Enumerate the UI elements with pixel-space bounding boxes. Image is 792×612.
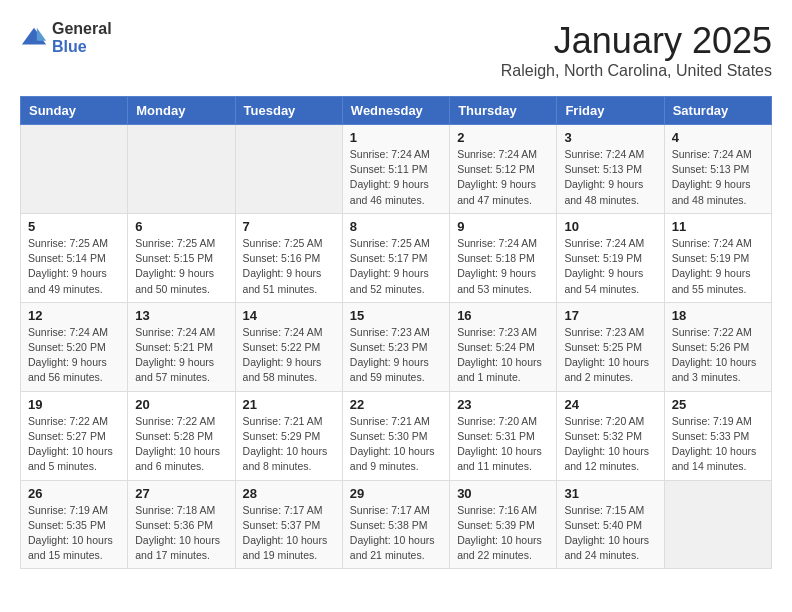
weekday-header-sunday: Sunday — [21, 97, 128, 125]
day-number: 25 — [672, 397, 764, 412]
day-info: Sunrise: 7:25 AM Sunset: 5:16 PM Dayligh… — [243, 236, 335, 297]
calendar-cell: 6Sunrise: 7:25 AM Sunset: 5:15 PM Daylig… — [128, 213, 235, 302]
calendar-cell: 16Sunrise: 7:23 AM Sunset: 5:24 PM Dayli… — [450, 302, 557, 391]
day-info: Sunrise: 7:16 AM Sunset: 5:39 PM Dayligh… — [457, 503, 549, 564]
day-number: 11 — [672, 219, 764, 234]
weekday-header-saturday: Saturday — [664, 97, 771, 125]
day-info: Sunrise: 7:22 AM Sunset: 5:28 PM Dayligh… — [135, 414, 227, 475]
day-number: 21 — [243, 397, 335, 412]
day-info: Sunrise: 7:25 AM Sunset: 5:17 PM Dayligh… — [350, 236, 442, 297]
calendar-cell: 9Sunrise: 7:24 AM Sunset: 5:18 PM Daylig… — [450, 213, 557, 302]
location-title: Raleigh, North Carolina, United States — [501, 62, 772, 80]
day-info: Sunrise: 7:24 AM Sunset: 5:20 PM Dayligh… — [28, 325, 120, 386]
day-number: 6 — [135, 219, 227, 234]
week-row-4: 19Sunrise: 7:22 AM Sunset: 5:27 PM Dayli… — [21, 391, 772, 480]
day-number: 24 — [564, 397, 656, 412]
calendar-cell: 4Sunrise: 7:24 AM Sunset: 5:13 PM Daylig… — [664, 125, 771, 214]
day-number: 31 — [564, 486, 656, 501]
day-info: Sunrise: 7:24 AM Sunset: 5:19 PM Dayligh… — [672, 236, 764, 297]
weekday-header-tuesday: Tuesday — [235, 97, 342, 125]
calendar-cell: 15Sunrise: 7:23 AM Sunset: 5:23 PM Dayli… — [342, 302, 449, 391]
calendar-cell: 8Sunrise: 7:25 AM Sunset: 5:17 PM Daylig… — [342, 213, 449, 302]
day-number: 7 — [243, 219, 335, 234]
day-number: 13 — [135, 308, 227, 323]
day-info: Sunrise: 7:24 AM Sunset: 5:12 PM Dayligh… — [457, 147, 549, 208]
day-number: 14 — [243, 308, 335, 323]
day-info: Sunrise: 7:24 AM Sunset: 5:21 PM Dayligh… — [135, 325, 227, 386]
day-info: Sunrise: 7:22 AM Sunset: 5:26 PM Dayligh… — [672, 325, 764, 386]
day-number: 29 — [350, 486, 442, 501]
day-info: Sunrise: 7:21 AM Sunset: 5:29 PM Dayligh… — [243, 414, 335, 475]
calendar-cell — [128, 125, 235, 214]
day-number: 23 — [457, 397, 549, 412]
calendar-table: SundayMondayTuesdayWednesdayThursdayFrid… — [20, 96, 772, 569]
day-info: Sunrise: 7:25 AM Sunset: 5:14 PM Dayligh… — [28, 236, 120, 297]
calendar-cell: 7Sunrise: 7:25 AM Sunset: 5:16 PM Daylig… — [235, 213, 342, 302]
calendar-cell: 12Sunrise: 7:24 AM Sunset: 5:20 PM Dayli… — [21, 302, 128, 391]
day-info: Sunrise: 7:24 AM Sunset: 5:13 PM Dayligh… — [564, 147, 656, 208]
calendar-cell: 3Sunrise: 7:24 AM Sunset: 5:13 PM Daylig… — [557, 125, 664, 214]
day-info: Sunrise: 7:24 AM Sunset: 5:18 PM Dayligh… — [457, 236, 549, 297]
title-block: January 2025 Raleigh, North Carolina, Un… — [501, 20, 772, 80]
calendar-cell: 25Sunrise: 7:19 AM Sunset: 5:33 PM Dayli… — [664, 391, 771, 480]
calendar-cell: 31Sunrise: 7:15 AM Sunset: 5:40 PM Dayli… — [557, 480, 664, 569]
day-number: 18 — [672, 308, 764, 323]
day-info: Sunrise: 7:19 AM Sunset: 5:33 PM Dayligh… — [672, 414, 764, 475]
calendar-cell: 2Sunrise: 7:24 AM Sunset: 5:12 PM Daylig… — [450, 125, 557, 214]
logo-blue-text: Blue — [52, 38, 112, 56]
calendar-cell: 14Sunrise: 7:24 AM Sunset: 5:22 PM Dayli… — [235, 302, 342, 391]
calendar-cell: 19Sunrise: 7:22 AM Sunset: 5:27 PM Dayli… — [21, 391, 128, 480]
day-number: 22 — [350, 397, 442, 412]
day-number: 9 — [457, 219, 549, 234]
weekday-header-friday: Friday — [557, 97, 664, 125]
calendar-cell: 13Sunrise: 7:24 AM Sunset: 5:21 PM Dayli… — [128, 302, 235, 391]
day-number: 27 — [135, 486, 227, 501]
day-info: Sunrise: 7:23 AM Sunset: 5:23 PM Dayligh… — [350, 325, 442, 386]
calendar-cell: 18Sunrise: 7:22 AM Sunset: 5:26 PM Dayli… — [664, 302, 771, 391]
calendar-cell: 22Sunrise: 7:21 AM Sunset: 5:30 PM Dayli… — [342, 391, 449, 480]
calendar-cell: 23Sunrise: 7:20 AM Sunset: 5:31 PM Dayli… — [450, 391, 557, 480]
day-number: 15 — [350, 308, 442, 323]
day-info: Sunrise: 7:25 AM Sunset: 5:15 PM Dayligh… — [135, 236, 227, 297]
day-info: Sunrise: 7:20 AM Sunset: 5:31 PM Dayligh… — [457, 414, 549, 475]
week-row-2: 5Sunrise: 7:25 AM Sunset: 5:14 PM Daylig… — [21, 213, 772, 302]
day-info: Sunrise: 7:22 AM Sunset: 5:27 PM Dayligh… — [28, 414, 120, 475]
day-number: 19 — [28, 397, 120, 412]
weekday-header-monday: Monday — [128, 97, 235, 125]
day-number: 3 — [564, 130, 656, 145]
day-number: 4 — [672, 130, 764, 145]
week-row-1: 1Sunrise: 7:24 AM Sunset: 5:11 PM Daylig… — [21, 125, 772, 214]
calendar-cell: 28Sunrise: 7:17 AM Sunset: 5:37 PM Dayli… — [235, 480, 342, 569]
day-info: Sunrise: 7:18 AM Sunset: 5:36 PM Dayligh… — [135, 503, 227, 564]
day-number: 1 — [350, 130, 442, 145]
day-info: Sunrise: 7:24 AM Sunset: 5:13 PM Dayligh… — [672, 147, 764, 208]
calendar-cell: 24Sunrise: 7:20 AM Sunset: 5:32 PM Dayli… — [557, 391, 664, 480]
day-number: 5 — [28, 219, 120, 234]
day-info: Sunrise: 7:19 AM Sunset: 5:35 PM Dayligh… — [28, 503, 120, 564]
day-info: Sunrise: 7:20 AM Sunset: 5:32 PM Dayligh… — [564, 414, 656, 475]
calendar-cell: 26Sunrise: 7:19 AM Sunset: 5:35 PM Dayli… — [21, 480, 128, 569]
month-title: January 2025 — [501, 20, 772, 62]
calendar-cell: 1Sunrise: 7:24 AM Sunset: 5:11 PM Daylig… — [342, 125, 449, 214]
day-number: 17 — [564, 308, 656, 323]
weekday-header-row: SundayMondayTuesdayWednesdayThursdayFrid… — [21, 97, 772, 125]
day-info: Sunrise: 7:17 AM Sunset: 5:38 PM Dayligh… — [350, 503, 442, 564]
logo-icon — [20, 24, 48, 52]
day-info: Sunrise: 7:24 AM Sunset: 5:19 PM Dayligh… — [564, 236, 656, 297]
weekday-header-thursday: Thursday — [450, 97, 557, 125]
calendar-cell: 29Sunrise: 7:17 AM Sunset: 5:38 PM Dayli… — [342, 480, 449, 569]
page-header: General Blue January 2025 Raleigh, North… — [20, 20, 772, 80]
day-number: 30 — [457, 486, 549, 501]
calendar-cell — [21, 125, 128, 214]
day-number: 26 — [28, 486, 120, 501]
day-info: Sunrise: 7:21 AM Sunset: 5:30 PM Dayligh… — [350, 414, 442, 475]
weekday-header-wednesday: Wednesday — [342, 97, 449, 125]
calendar-cell: 5Sunrise: 7:25 AM Sunset: 5:14 PM Daylig… — [21, 213, 128, 302]
day-info: Sunrise: 7:15 AM Sunset: 5:40 PM Dayligh… — [564, 503, 656, 564]
calendar-cell: 30Sunrise: 7:16 AM Sunset: 5:39 PM Dayli… — [450, 480, 557, 569]
calendar-cell: 10Sunrise: 7:24 AM Sunset: 5:19 PM Dayli… — [557, 213, 664, 302]
calendar-cell: 21Sunrise: 7:21 AM Sunset: 5:29 PM Dayli… — [235, 391, 342, 480]
day-info: Sunrise: 7:17 AM Sunset: 5:37 PM Dayligh… — [243, 503, 335, 564]
svg-marker-1 — [37, 27, 46, 40]
day-info: Sunrise: 7:24 AM Sunset: 5:22 PM Dayligh… — [243, 325, 335, 386]
